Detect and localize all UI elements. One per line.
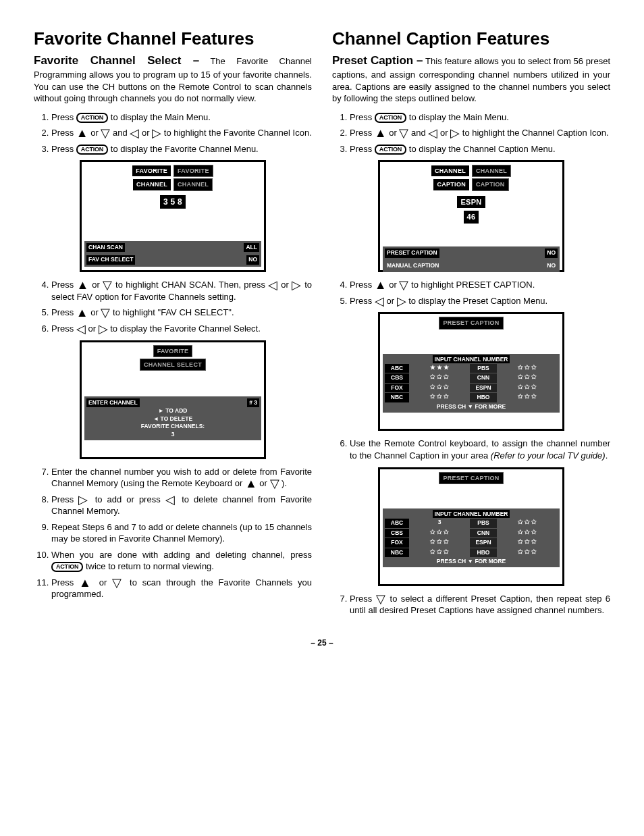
up-arrow-icon: ▲: [76, 126, 88, 140]
left-intro: Favorite Channel Select – The Favorite C…: [34, 53, 312, 105]
left-subhead: Favorite Channel Select –: [34, 54, 199, 67]
down-arrow-icon: ▽: [101, 306, 110, 319]
left-steps: Press ACTION to display the Main Menu. P…: [34, 111, 312, 155]
right-steps-cont: Press ▲ or ▽ to highlight PRESET CAPTION…: [332, 279, 610, 307]
list-item: When you are done with adding and deleti…: [51, 549, 312, 573]
list-item: Press ▽ to select a different Preset Cap…: [350, 593, 610, 617]
left-arrow-icon: ◁: [130, 126, 139, 140]
list-item: Press ▲ or ▽ to scan through the Favorit…: [51, 577, 312, 600]
up-arrow-icon: ▲: [79, 576, 94, 590]
right-column: Channel Caption Features Preset Caption …: [332, 27, 610, 621]
list-item: Press ACTION to display the Channel Capt…: [350, 143, 610, 155]
list-item: Press ▲ or ▽ and ◁ or ▷ to highlight the…: [51, 127, 312, 139]
down-arrow-icon: ▽: [399, 126, 408, 140]
list-item: Press ▷ to add or press ◁ to delete chan…: [51, 494, 312, 517]
list-item: Press ACTION to display the Main Menu.: [51, 111, 312, 124]
up-arrow-icon: ▲: [245, 477, 257, 490]
list-item: Press ▲ or ▽ to highlight "FAV CH SELECT…: [51, 307, 312, 319]
left-arrow-icon: ◁: [428, 126, 437, 140]
list-item: Press ◁ or ▷ to display the Favorite Cha…: [51, 323, 312, 335]
right-subhead: Preset Caption –: [332, 54, 423, 67]
action-button-icon: ACTION: [375, 113, 406, 123]
tv-screen-caption-menu: CHANNELCHANNEL CAPTIONCAPTION ESPN 46 PR…: [378, 160, 564, 272]
list-item: Press ▲ or ▽ to highlight PRESET CAPTION…: [350, 279, 610, 291]
page-number: – 25 –: [34, 637, 610, 648]
left-arrow-icon: ◁: [76, 322, 86, 336]
right-arrow-icon: ▷: [397, 294, 406, 308]
list-item: Press ▲ or ▽ and ◁ or ▷ to highlight the…: [350, 127, 610, 139]
left-arrow-icon: ◁: [375, 294, 384, 308]
right-arrow-icon: ▷: [152, 126, 161, 140]
up-arrow-icon: ▲: [77, 278, 89, 292]
left-arrow-icon: ◁: [165, 493, 177, 506]
right-arrow-icon: ▷: [99, 322, 108, 336]
list-item: Press ACTION to display the Main Menu.: [350, 111, 610, 124]
right-title: Channel Caption Features: [332, 27, 610, 51]
action-button-icon: ACTION: [76, 113, 108, 123]
left-steps-cont2: Enter the channel number you wish to add…: [34, 466, 312, 600]
left-steps-cont: Press ▲ or ▽ to highlight CHAN SCAN. The…: [34, 279, 312, 334]
list-item: Press ◁ or ▷ to display the Preset Capti…: [350, 295, 610, 307]
action-button-icon: ACTION: [76, 145, 108, 155]
right-steps-cont2: Use the Remote Control keyboard, to assi…: [332, 438, 610, 461]
right-arrow-icon: ▷: [78, 493, 90, 506]
list-item: Press ▲ or ▽ to highlight CHAN SCAN. The…: [51, 279, 312, 303]
action-button-icon: ACTION: [51, 562, 83, 572]
down-arrow-icon: ▽: [101, 126, 110, 140]
right-steps: Press ACTION to display the Main Menu. P…: [332, 111, 610, 155]
right-arrow-icon: ▷: [292, 278, 302, 292]
left-arrow-icon: ◁: [268, 278, 278, 292]
up-arrow-icon: ▲: [76, 306, 88, 319]
action-button-icon: ACTION: [375, 145, 406, 155]
up-arrow-icon: ▲: [375, 126, 387, 140]
list-item: Press ACTION to display the Favorite Cha…: [51, 143, 312, 155]
tv-screen-preset-caption-1: PRESET CAPTION INPUT CHANNEL NUMBER ABC★…: [378, 312, 564, 431]
right-intro: Preset Caption – This feature allows you…: [332, 53, 610, 105]
left-column: Favorite Channel Features Favorite Chann…: [34, 27, 312, 621]
tv-screen-favorite-select: FAVORITE CHANNEL SELECT ENTER CHANNEL# 3…: [80, 340, 266, 459]
down-arrow-icon: ▽: [112, 576, 124, 590]
tv-screen-preset-caption-2: PRESET CAPTION INPUT CHANNEL NUMBER ABC3…: [378, 467, 564, 586]
tv-screen-favorite-menu: FAVORITEFAVORITE CHANNELCHANNEL 3 5 8 CH…: [80, 160, 266, 272]
two-column-layout: Favorite Channel Features Favorite Chann…: [34, 27, 610, 621]
down-arrow-icon: ▽: [399, 278, 408, 292]
up-arrow-icon: ▲: [375, 278, 387, 292]
list-item: Use the Remote Control keyboard, to assi…: [350, 438, 610, 461]
down-arrow-icon: ▽: [376, 592, 387, 606]
right-arrow-icon: ▷: [450, 126, 460, 140]
down-arrow-icon: ▽: [103, 278, 113, 292]
list-item: Enter the channel number you wish to add…: [51, 466, 312, 490]
left-title: Favorite Channel Features: [34, 27, 312, 51]
list-item: Repeat Steps 6 and 7 to add or delete ch…: [51, 521, 312, 545]
down-arrow-icon: ▽: [270, 477, 279, 490]
right-steps-cont3: Press ▽ to select a different Preset Cap…: [332, 593, 610, 617]
